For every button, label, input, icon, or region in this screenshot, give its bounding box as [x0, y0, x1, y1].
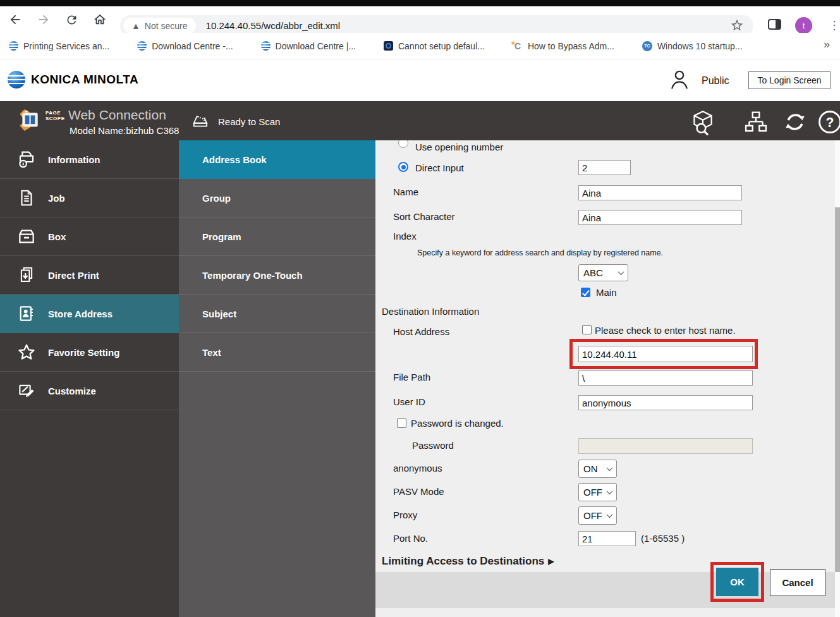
main-sidebar: Information Job Box Direct Print Store A… [0, 140, 179, 617]
security-chip[interactable]: ▲ Not secure [123, 18, 196, 34]
submenu-item-text[interactable]: Text [179, 333, 375, 372]
scrollbar-thumb[interactable] [835, 207, 840, 572]
konica-minolta-logo: KONICA MINOLTA [8, 71, 138, 89]
to-login-screen-button[interactable]: To Login Screen [748, 71, 831, 89]
port-no-label: Port No. [393, 533, 428, 544]
index-select[interactable]: ABC [578, 264, 628, 281]
site-header: KONICA MINOLTA Public To Login Screen [0, 59, 840, 101]
sort-character-input[interactable] [578, 210, 742, 225]
pagescope-icon [18, 107, 42, 133]
product-title: Web Connection [68, 107, 166, 123]
profile-avatar[interactable]: t [795, 17, 812, 34]
proxy-select[interactable]: OFF [578, 506, 617, 525]
limiting-access-heading[interactable]: Limiting Access to Destinations▶ [382, 555, 554, 568]
host-name-check-label: Please check to enter host name. [595, 325, 736, 336]
port-no-input[interactable] [578, 531, 636, 546]
host-name-checkbox[interactable] [582, 325, 592, 334]
name-input[interactable] [578, 185, 742, 200]
reload-page-icon[interactable] [64, 12, 79, 27]
index-label: Index [393, 231, 417, 241]
home-icon[interactable] [92, 12, 107, 27]
submenu-item-group[interactable]: Group [179, 179, 375, 217]
bookmark-item[interactable]: Printing Services an... [9, 41, 109, 51]
use-opening-number-radio[interactable] [398, 140, 408, 148]
ok-button[interactable]: OK [716, 568, 758, 596]
bookmark-item[interactable]: TC Windows 10 startup... [642, 41, 743, 51]
sidebar-item-favorite-setting[interactable]: Favorite Setting [0, 333, 179, 372]
bookmarks-bar: Printing Services an... Download Centre … [0, 33, 840, 59]
globe-favicon [9, 41, 18, 51]
bookmark-item[interactable]: Cannot setup defaul... [384, 41, 485, 51]
bookmark-item[interactable]: Download Centre -... [137, 41, 233, 51]
bookmark-item[interactable]: Download Centre |... [261, 41, 356, 51]
anonymous-label: anonymous [393, 463, 442, 473]
person-icon [667, 67, 691, 95]
refresh-icon[interactable] [782, 109, 805, 132]
password-input [578, 438, 753, 454]
submenu-item-temporary-one-touch[interactable]: Temporary One-Touch [179, 256, 375, 295]
file-path-input[interactable] [578, 370, 753, 386]
chevron-down-icon [607, 511, 613, 518]
scanner-icon [192, 113, 210, 131]
submenu-item-subject[interactable]: Subject [179, 295, 375, 333]
user-id-label: User ID [393, 396, 425, 407]
sidebar-item-customize[interactable]: Customize [0, 372, 179, 410]
bookmarks-overflow-icon[interactable]: » [824, 38, 830, 51]
sidebar-item-job[interactable]: Job [0, 179, 179, 217]
direct-print-icon [16, 265, 37, 285]
submenu-item-program[interactable]: Program [179, 217, 375, 256]
pasv-mode-select[interactable]: OFF [578, 483, 617, 501]
sidebar-item-box[interactable]: Box [0, 217, 179, 256]
main-label: Main [596, 287, 617, 298]
anonymous-select[interactable]: ON [578, 460, 617, 478]
chevron-down-icon [607, 488, 613, 494]
information-icon [16, 149, 37, 169]
forward-icon[interactable] [36, 12, 51, 27]
browser-menu-icon[interactable]: ⋮ [829, 16, 840, 35]
tc-favicon: TC [642, 41, 652, 51]
globe-favicon [261, 41, 271, 51]
bookmark-item[interactable]: C How to Bypass Adm... [513, 41, 614, 51]
konica-globe-icon [8, 71, 25, 89]
user-id-input[interactable] [578, 395, 753, 410]
box-icon [16, 226, 37, 247]
help-icon[interactable]: ? [817, 109, 840, 132]
device-search-icon[interactable] [688, 109, 711, 132]
scrollbar-track[interactable] [835, 140, 840, 617]
customize-icon [16, 381, 37, 401]
main-content: Use opening number Direct Input Name Sor… [375, 140, 840, 617]
cancel-button[interactable]: Cancel [770, 569, 825, 596]
back-icon[interactable] [8, 12, 23, 27]
sort-character-label: Sort Character [393, 211, 455, 222]
proxy-label: Proxy [393, 510, 417, 520]
direct-input-number-input[interactable] [578, 160, 631, 175]
sidebar-item-store-address[interactable]: Store Address [0, 295, 179, 333]
password-label: Password [412, 440, 454, 451]
name-label: Name [393, 186, 418, 197]
sidebar-item-direct-print[interactable]: Direct Print [0, 256, 179, 295]
store-address-icon [16, 303, 37, 324]
host-address-input[interactable] [578, 346, 753, 362]
url-text[interactable]: 10.244.40.55/wcd/abbr_edit.xml [206, 20, 341, 31]
pagescope-label: PAGE SCOPE [46, 110, 65, 121]
favorite-star-icon [16, 342, 37, 362]
side-panel-icon[interactable] [768, 19, 781, 30]
password-changed-checkbox[interactable] [397, 418, 406, 428]
destination-information-heading: Destination Information [382, 306, 479, 317]
direct-input-label: Direct Input [415, 162, 464, 173]
window-top-strip [0, 0, 840, 6]
screen: ▲ Not secure 10.244.40.55/wcd/abbr_edit.… [0, 0, 840, 617]
submenu-item-address-book[interactable]: Address Book [179, 140, 375, 179]
network-icon[interactable] [743, 109, 766, 132]
warning-icon: ▲ [131, 21, 140, 30]
browser-toolbar: ▲ Not secure 10.244.40.55/wcd/abbr_edit.… [0, 6, 840, 33]
sidebar-item-information[interactable]: Information [0, 140, 179, 179]
brand-wordmark: KONICA MINOLTA [31, 73, 138, 87]
device-status: Ready to Scan [192, 113, 280, 131]
chevron-down-icon [618, 269, 624, 275]
pasv-mode-label: PASV Mode [393, 486, 444, 497]
main-checkbox[interactable] [581, 288, 590, 297]
direct-input-radio[interactable] [398, 162, 408, 172]
bookmark-star-icon[interactable] [729, 18, 745, 33]
host-address-label: Host Address [393, 326, 449, 337]
